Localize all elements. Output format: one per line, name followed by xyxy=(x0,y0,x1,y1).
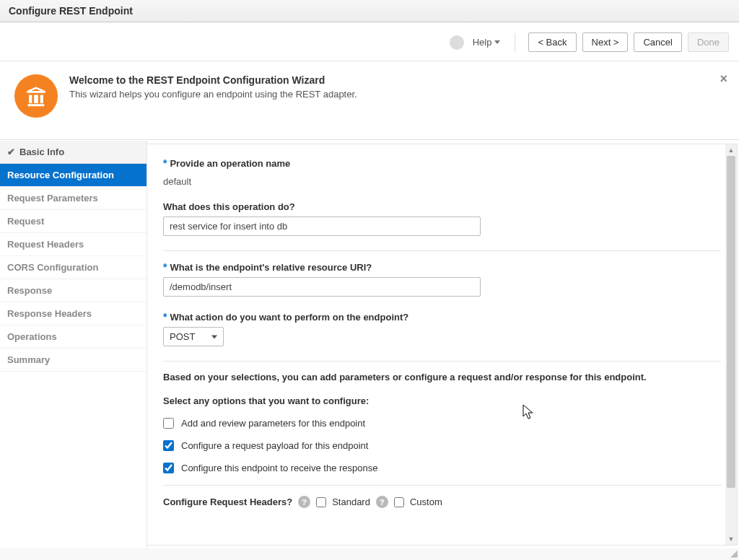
sidebar-item-cors-configuration[interactable]: CORS Configuration xyxy=(0,256,147,279)
sidebar-item-request-parameters[interactable]: Request Parameters xyxy=(0,187,147,210)
help-icon[interactable]: ? xyxy=(376,496,388,508)
window-title: Configure REST Endpoint xyxy=(0,0,739,22)
standard-headers-checkbox[interactable] xyxy=(316,497,326,507)
request-headers-label: Configure Request Headers? xyxy=(163,496,292,507)
cancel-button[interactable]: Cancel xyxy=(634,32,681,52)
receive-response-checkbox[interactable] xyxy=(163,463,174,473)
receive-response-label[interactable]: Configure this endpoint to receive the r… xyxy=(181,463,377,473)
add-review-params-label[interactable]: Add and review parameters for this endpo… xyxy=(181,418,365,429)
scroll-up-icon[interactable]: ▲ xyxy=(725,144,737,156)
section-divider xyxy=(163,250,721,251)
sidebar-item-summary[interactable]: Summary xyxy=(0,349,147,372)
welcome-title: Welcome to the REST Endpoint Configurati… xyxy=(69,74,357,86)
section-divider xyxy=(163,361,721,362)
help-icon[interactable]: ? xyxy=(298,496,310,508)
operation-name-value: default xyxy=(163,173,721,187)
user-avatar-icon xyxy=(450,35,464,50)
sidebar-item-response[interactable]: Response xyxy=(0,279,147,302)
custom-headers-checkbox[interactable] xyxy=(394,497,404,507)
required-star-icon: * xyxy=(163,157,167,169)
sidebar-item-request-headers[interactable]: Request Headers xyxy=(0,233,147,256)
wizard-icon xyxy=(14,74,58,118)
scrollbar[interactable]: ▲ ▼ xyxy=(725,144,737,545)
resize-grip-icon[interactable]: ◢ xyxy=(730,548,738,559)
done-button: Done xyxy=(688,32,729,52)
resource-uri-input[interactable] xyxy=(163,277,481,297)
required-star-icon: * xyxy=(163,311,167,323)
help-dropdown[interactable]: Help xyxy=(473,37,501,48)
scroll-thumb[interactable] xyxy=(727,156,735,488)
section-divider xyxy=(163,485,721,486)
sidebar-item-response-headers[interactable]: Response Headers xyxy=(0,302,147,325)
resource-uri-label: What is the endpoint's relative resource… xyxy=(170,262,372,273)
sidebar-item-resource-configuration[interactable]: Resource Configuration xyxy=(0,164,147,187)
operation-name-label: Provide an operation name xyxy=(170,158,290,169)
operation-desc-input[interactable] xyxy=(163,216,481,236)
wizard-body: Basic Info Resource Configuration Reques… xyxy=(0,140,739,548)
welcome-text: Welcome to the REST Endpoint Configurati… xyxy=(69,74,357,100)
form-panel: * Provide an operation name default What… xyxy=(147,144,738,546)
operation-desc-label: What does this operation do? xyxy=(163,201,295,212)
next-button[interactable]: Next > xyxy=(582,32,629,52)
info-text: Based on your selections, you can add pa… xyxy=(163,372,721,382)
configure-request-payload-label[interactable]: Configure a request payload for this end… xyxy=(181,440,368,451)
close-icon[interactable]: × xyxy=(720,71,727,87)
standard-headers-label: Standard xyxy=(332,496,370,507)
action-label: What action do you want to perform on th… xyxy=(170,312,408,323)
http-action-select[interactable]: POST xyxy=(163,327,224,346)
configure-request-payload-checkbox[interactable] xyxy=(163,440,174,451)
sidebar-item-request[interactable]: Request xyxy=(0,210,147,233)
sidebar-item-basic-info[interactable]: Basic Info xyxy=(0,141,147,164)
sidebar-item-operations[interactable]: Operations xyxy=(0,325,147,349)
chevron-down-icon xyxy=(494,40,500,44)
wizard-toolbar: Help < Back Next > Cancel Done xyxy=(0,22,739,61)
cursor-icon xyxy=(522,404,535,420)
add-review-params-checkbox[interactable] xyxy=(163,418,174,429)
configure-options-label: Select any options that you want to conf… xyxy=(163,395,721,406)
help-label: Help xyxy=(473,37,492,48)
back-button[interactable]: < Back xyxy=(528,32,576,52)
welcome-panel: Welcome to the REST Endpoint Configurati… xyxy=(0,61,739,140)
required-star-icon: * xyxy=(163,261,167,273)
welcome-subtitle: This wizard helps you configure an endpo… xyxy=(69,89,357,100)
scroll-down-icon[interactable]: ▼ xyxy=(725,533,737,545)
toolbar-separator xyxy=(515,33,515,52)
request-headers-row: Configure Request Headers? ? Standard ? … xyxy=(163,496,721,508)
wizard-step-sidebar: Basic Info Resource Configuration Reques… xyxy=(0,141,147,548)
custom-headers-label: Custom xyxy=(410,496,442,507)
